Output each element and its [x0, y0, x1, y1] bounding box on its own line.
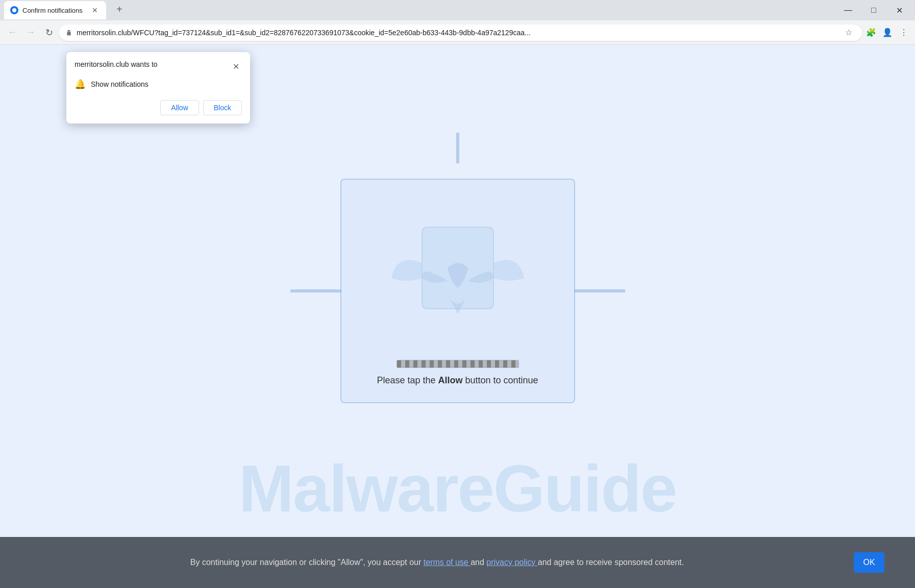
profile-button[interactable]: 👤 [880, 26, 895, 40]
browser-window: Confirm notifications ✕ + — □ ✕ ← → ↻ me… [0, 0, 915, 588]
popup-actions: Allow Block [75, 100, 242, 115]
tab-title: Confirm notifications [22, 7, 86, 14]
page-content: Please tap the Allow button to continue … [0, 45, 915, 588]
active-tab[interactable]: Confirm notifications ✕ [4, 1, 106, 19]
consent-text: By continuing your navigation or clickin… [31, 556, 844, 569]
notification-row: 🔔 Show notifications [75, 79, 242, 90]
address-bar[interactable]: merritorsolin.club/WFCU?tag_id=737124&su… [59, 24, 862, 41]
consent-after: and agree to receive sponsored content. [538, 558, 684, 567]
notification-popup: merritorsolin.club wants to ✕ 🔔 Show not… [66, 52, 250, 124]
continue-prefix: Please tap the [377, 375, 438, 385]
top-connector [456, 133, 459, 163]
extensions-button[interactable]: 🧩 [864, 26, 878, 40]
continue-text: Please tap the Allow button to continue [377, 375, 538, 386]
menu-button[interactable]: ⋮ [897, 26, 911, 40]
browser-actions: 🧩 👤 ⋮ [864, 26, 911, 40]
graphic-box: Please tap the Allow button to continue [340, 179, 575, 403]
address-actions: ☆ [842, 26, 856, 40]
progress-bar [397, 360, 519, 368]
new-tab-button[interactable]: + [112, 2, 127, 16]
lock-icon [65, 29, 72, 36]
refresh-button[interactable]: ↻ [41, 24, 57, 41]
consent-between: and [471, 558, 486, 567]
window-controls: — □ ✕ [836, 3, 911, 18]
ok-button[interactable]: OK [854, 552, 884, 573]
omnibar: ← → ↻ merritorsolin.club/WFCU?tag_id=737… [0, 20, 915, 45]
bookmark-button[interactable]: ☆ [842, 26, 856, 40]
block-button[interactable]: Block [203, 100, 242, 115]
bell-icon: 🔔 [75, 79, 86, 90]
allow-button[interactable]: Allow [160, 100, 199, 115]
continue-bold: Allow [438, 375, 462, 385]
tab-close-button[interactable]: ✕ [90, 5, 100, 15]
notification-label: Show notifications [91, 80, 149, 88]
popup-title: merritorsolin.club wants to [75, 60, 158, 68]
progress-bar-fill [397, 360, 518, 368]
back-button[interactable]: ← [4, 24, 20, 41]
popup-close-button[interactable]: ✕ [230, 60, 242, 72]
title-bar: Confirm notifications ✕ + — □ ✕ [0, 0, 915, 20]
close-button[interactable]: ✕ [887, 3, 911, 18]
minimize-button[interactable]: — [836, 3, 860, 18]
continue-suffix: button to continue [462, 375, 538, 385]
forward-button[interactable]: → [22, 24, 39, 41]
tab-favicon [10, 6, 18, 14]
site-logo [381, 197, 534, 350]
consent-before-tos: By continuing your navigation or clickin… [190, 558, 424, 567]
popup-header: merritorsolin.club wants to ✕ [75, 60, 242, 72]
url-text: merritorsolin.club/WFCU?tag_id=737124&su… [77, 29, 837, 37]
privacy-link[interactable]: privacy policy [486, 558, 537, 567]
tos-link[interactable]: terms of use [424, 558, 471, 567]
maximize-button[interactable]: □ [862, 3, 885, 18]
center-graphic: Please tap the Allow button to continue [330, 163, 585, 419]
consent-bar: By continuing your navigation or clickin… [0, 537, 915, 588]
